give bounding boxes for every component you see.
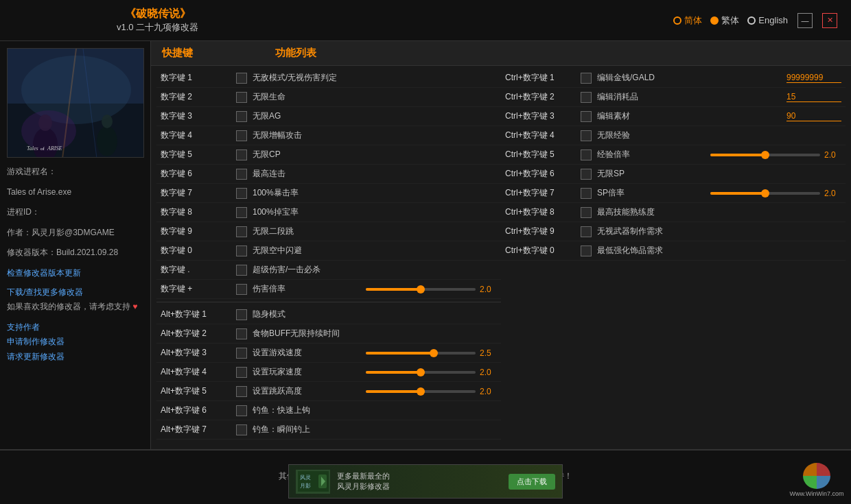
key-label-left-17: Alt+数字键 5 — [161, 385, 236, 397]
checkbox-left-14[interactable] — [236, 328, 247, 339]
slider-value-right-4: 2.0 — [824, 150, 841, 160]
slider-thumb-left-15[interactable] — [430, 349, 438, 357]
sidebar: Tales of ARISE 游戏进程名： Tales of Arise.exe… — [0, 41, 151, 449]
left-row-7: 数字键 8100%掉宝率 — [156, 203, 501, 222]
lang-traditional-label: 繁体 — [721, 14, 739, 27]
lang-simplified[interactable]: 简体 — [673, 14, 702, 27]
key-label-left-6: 数字键 7 — [161, 187, 236, 199]
right-row-3: Ctrl+数字键 4无限经验 — [501, 126, 846, 145]
checkbox-right-6[interactable] — [581, 188, 592, 199]
process-id-section: 进程ID： — [7, 205, 143, 220]
slider-fill-left-15 — [366, 352, 434, 355]
left-row-10: 数字键 .超级伤害/一击必杀 — [156, 261, 501, 280]
version-label: 修改器版本：Build.2021.09.28 — [7, 245, 143, 261]
download-link[interactable]: 下载/查找更多修改器 — [7, 285, 143, 300]
checkbox-left-9[interactable] — [236, 245, 247, 256]
close-button[interactable]: ✕ — [822, 13, 837, 28]
slider-thumb-left-17[interactable] — [417, 387, 425, 396]
divider-12 — [156, 302, 501, 302]
checkbox-left-4[interactable] — [236, 149, 247, 160]
checkbox-left-10[interactable] — [236, 265, 247, 276]
slider-fill-right-4 — [710, 154, 765, 156]
key-label-left-1: 数字键 2 — [161, 91, 236, 103]
checkbox-right-5[interactable] — [581, 169, 592, 180]
checkbox-right-1[interactable] — [581, 92, 592, 103]
input-right-1[interactable] — [786, 92, 841, 102]
checkbox-left-8[interactable] — [236, 226, 247, 237]
slider-track-left-17[interactable] — [366, 390, 476, 393]
lang-english-label: English — [758, 15, 788, 25]
slider-value-right-6: 2.0 — [824, 189, 841, 198]
feature-label-left-0: 无敌模式/无视伤害判定 — [253, 72, 497, 84]
checkbox-left-17[interactable] — [236, 386, 247, 397]
left-row-13: Alt+数字键 1隐身模式 — [156, 305, 501, 324]
lang-traditional[interactable]: 繁体 — [710, 14, 739, 27]
check-update-link[interactable]: 检查修改器版本更新 — [7, 266, 143, 281]
checkbox-left-11[interactable] — [236, 284, 247, 295]
input-right-0[interactable] — [786, 73, 841, 83]
feature-label-right-8: 无视武器制作需求 — [597, 226, 841, 237]
request-trainer-link[interactable]: 申请制作修改器 — [7, 335, 143, 350]
slider-track-right-4[interactable] — [710, 154, 820, 156]
key-label-left-8: 数字键 9 — [161, 226, 236, 237]
slider-thumb-left-16[interactable] — [417, 368, 425, 376]
ad-logo: 风灵 月影 — [296, 470, 330, 494]
feature-label-right-6: SP倍率 — [597, 187, 706, 199]
right-row-2: Ctrl+数字键 3编辑素材 — [501, 107, 846, 126]
slider-value-left-17: 2.0 — [480, 387, 497, 396]
checkbox-left-7[interactable] — [236, 207, 247, 218]
slider-track-left-15[interactable] — [366, 352, 476, 355]
input-right-2[interactable] — [786, 111, 841, 121]
support-author-link[interactable]: 支持作者 — [7, 320, 143, 335]
checkbox-left-18[interactable] — [236, 405, 247, 416]
checkbox-left-1[interactable] — [236, 92, 247, 103]
support-text: 如果喜欢我的修改器，请考虑支持 ♥ — [7, 300, 143, 315]
slider-thumb-right-4[interactable] — [761, 151, 769, 159]
checkbox-left-5[interactable] — [236, 169, 247, 180]
svg-text:ARISE: ARISE — [47, 145, 62, 152]
slider-track-left-11[interactable] — [366, 288, 476, 291]
slider-track-left-16[interactable] — [366, 371, 476, 374]
radio-english — [747, 16, 756, 25]
checkbox-right-4[interactable] — [581, 149, 592, 160]
ad-download-button[interactable]: 点击下载 — [509, 474, 555, 490]
slider-thumb-right-6[interactable] — [761, 189, 769, 197]
checkbox-right-9[interactable] — [581, 245, 592, 256]
slider-thumb-left-11[interactable] — [417, 285, 425, 293]
left-row-8: 数字键 9无限二段跳 — [156, 222, 501, 241]
slider-container-left-15: 设置游戏速度2.5 — [253, 347, 497, 359]
checkbox-left-6[interactable] — [236, 188, 247, 199]
checkbox-left-0[interactable] — [236, 73, 247, 84]
checkbox-right-7[interactable] — [581, 207, 592, 218]
slider-container-right-6: SP倍率2.0 — [597, 187, 841, 199]
checkbox-right-0[interactable] — [581, 73, 592, 84]
checkbox-left-3[interactable] — [236, 130, 247, 141]
checkbox-right-8[interactable] — [581, 226, 592, 237]
checkbox-right-2[interactable] — [581, 111, 592, 122]
minimize-button[interactable]: — — [797, 13, 813, 28]
checkbox-right-3[interactable] — [581, 130, 592, 141]
checkbox-left-16[interactable] — [236, 367, 247, 378]
slider-container-left-11: 伤害倍率2.0 — [253, 283, 497, 295]
topbar: 《破晓传说》 v1.0 二十九项修改器 简体 繁体 English — ✕ — [0, 0, 851, 41]
request-update-link[interactable]: 请求更新修改器 — [7, 350, 143, 365]
title-sub: v1.0 二十九项修改器 — [117, 21, 198, 34]
left-row-5: 数字键 6最高连击 — [156, 165, 501, 184]
lang-simplified-label: 简体 — [684, 14, 702, 27]
slider-fill-right-6 — [710, 192, 765, 195]
left-row-6: 数字键 7100%暴击率 — [156, 184, 501, 203]
checkbox-left-19[interactable] — [236, 424, 247, 435]
lang-english[interactable]: English — [747, 15, 788, 25]
checkbox-left-13[interactable] — [236, 309, 247, 320]
checkbox-left-2[interactable] — [236, 111, 247, 122]
right-column: Ctrl+数字键 1编辑金钱/GALDCtrl+数字键 2编辑消耗品Ctrl+数… — [501, 69, 846, 440]
key-label-left-5: 数字键 6 — [161, 168, 236, 180]
svg-text:月影: 月影 — [300, 483, 311, 489]
key-label-left-19: Alt+数字键 7 — [161, 424, 236, 435]
left-row-3: 数字键 4无限增幅攻击 — [156, 126, 501, 145]
checkbox-left-15[interactable] — [236, 348, 247, 359]
slider-track-right-6[interactable] — [710, 192, 820, 195]
feature-label-right-7: 最高技能熟练度 — [597, 206, 841, 218]
feature-label-left-6: 100%暴击率 — [253, 187, 497, 199]
slider-value-left-11: 2.0 — [480, 285, 497, 294]
